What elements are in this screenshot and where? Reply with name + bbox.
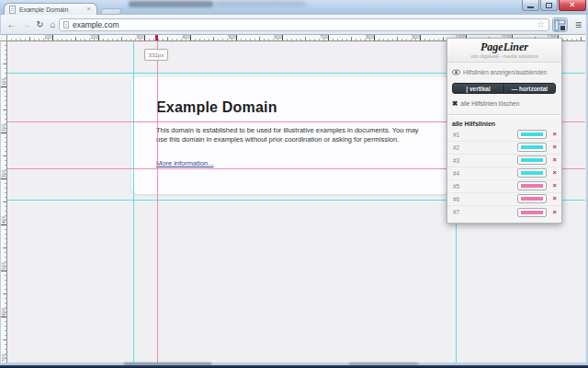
- guide-color-swatch[interactable]: [517, 155, 547, 165]
- delete-guide-icon[interactable]: ×: [553, 156, 557, 164]
- delete-guide-icon[interactable]: ×: [553, 131, 557, 138]
- page-icon: [63, 21, 69, 29]
- delete-guide-icon[interactable]: ×: [553, 169, 557, 177]
- toggle-guides-label: Hilfslinien anzeigen/ausblenden: [463, 69, 547, 75]
- guide-color-bar: [521, 171, 543, 175]
- guide-color-bar: [521, 184, 543, 188]
- maximize-button[interactable]: [540, 0, 558, 11]
- hruler-label: 300: [136, 35, 143, 40]
- hruler-label: 400: [182, 35, 189, 40]
- guide-color-bar: [521, 145, 543, 149]
- guide-color-swatch[interactable]: [517, 168, 547, 178]
- guide-color-swatch[interactable]: [517, 208, 547, 217]
- add-vertical-guide-button[interactable]: | vertikal: [453, 84, 503, 93]
- vruler-label: 500: [1, 261, 6, 271]
- eye-icon: [452, 68, 460, 76]
- toggle-guides-button[interactable]: Hilfslinien anzeigen/ausblenden: [447, 63, 561, 81]
- panel-title: PageLiner: [447, 41, 561, 52]
- close-icon: ×: [570, 1, 574, 9]
- back-icon: ←: [7, 19, 17, 29]
- delete-guide-icon[interactable]: ×: [553, 182, 557, 190]
- guide-position-tooltip: 331px: [144, 49, 168, 61]
- vruler-label: 200: [1, 123, 6, 133]
- delete-guide-icon[interactable]: ×: [553, 209, 557, 216]
- guides-list-header: alle Hilfslinien: [447, 116, 561, 129]
- clear-all-label: alle Hilfslinien löschen: [460, 100, 519, 107]
- tab-title: Example Domain: [19, 6, 82, 13]
- hamburger-icon: ≡: [575, 18, 582, 31]
- guide-color-swatch[interactable]: [517, 143, 547, 152]
- guide-color-bar: [521, 158, 543, 162]
- guide-id-label: #4: [453, 170, 517, 177]
- background-window-blur-2: [214, 1, 306, 6]
- add-horizontal-guide-button[interactable]: — horizontal: [503, 84, 555, 93]
- guide-id-label: #1: [453, 132, 517, 138]
- guide-list-row-5: #5×: [447, 180, 561, 193]
- close-button[interactable]: ×: [559, 0, 586, 11]
- background-window-blur: [129, 1, 213, 7]
- guides-list: #1×#2×#3×#4×#5×#6×#7×: [447, 129, 561, 219]
- minimize-icon: [527, 6, 534, 8]
- guide-list-row-1: #1×: [447, 129, 561, 142]
- reload-button[interactable]: ↻: [33, 17, 47, 31]
- clear-all-icon: ✖: [452, 100, 458, 108]
- window-controls: ×: [522, 0, 586, 11]
- page-heading: Example Domain: [156, 99, 425, 116]
- vruler-label: 600: [1, 307, 6, 317]
- vruler-label: 100: [1, 77, 6, 87]
- vertical-ruler[interactable]: 100200300400500600700: [0, 41, 7, 362]
- panel-subtitle[interactable]: von digidesk - media solutions: [447, 53, 561, 59]
- browser-window: × Example Domain × ← → ↻ ⌂ example.com ☆…: [0, 0, 588, 368]
- pageliner-extension-icon[interactable]: [552, 17, 568, 32]
- guide-list-row-2: #2×: [447, 142, 561, 155]
- new-tab-button[interactable]: [99, 8, 122, 15]
- browser-toolbar: ← → ↻ ⌂ example.com ☆ ≡: [0, 15, 588, 35]
- home-button[interactable]: ⌂: [46, 17, 60, 31]
- browser-tab[interactable]: Example Domain ×: [4, 3, 97, 15]
- ruler-corner: [0, 35, 7, 41]
- guide-list-row-7: #7×: [447, 206, 561, 219]
- address-bar[interactable]: example.com ☆: [59, 18, 549, 31]
- forward-button[interactable]: →: [19, 17, 33, 31]
- guide-list-row-3: #3×: [447, 155, 561, 167]
- vruler-label: 300: [1, 169, 6, 179]
- add-guide-bar: | vertikal — horizontal: [452, 83, 556, 94]
- guide-id-label: #2: [453, 144, 517, 151]
- guide-color-swatch[interactable]: [517, 194, 547, 203]
- tab-favicon-icon: [9, 6, 16, 14]
- guide-id-label: #6: [453, 196, 517, 202]
- forward-icon: →: [22, 19, 31, 29]
- guide-color-swatch[interactable]: [517, 181, 547, 190]
- guide-drag-marker: [155, 35, 158, 40]
- hruler-label: 600: [274, 35, 281, 40]
- guide-id-label: #7: [453, 209, 517, 215]
- more-information-link[interactable]: More information...: [156, 159, 214, 167]
- tab-close-icon[interactable]: ×: [85, 6, 92, 13]
- hruler-label: 200: [90, 35, 97, 40]
- guide-list-row-4: #4×: [447, 167, 561, 180]
- maximize-icon: [546, 3, 552, 8]
- hruler-label: 800: [366, 35, 373, 40]
- content-card: Example Domain This domain is establishe…: [131, 77, 450, 194]
- panel-header: PageLiner von digidesk - media solutions: [447, 39, 561, 63]
- vruler-label: 700: [1, 353, 6, 363]
- hruler-label: 500: [228, 35, 235, 40]
- bookmark-star-icon[interactable]: ☆: [537, 20, 545, 29]
- guide-color-swatch[interactable]: [517, 130, 547, 139]
- hruler-label: 700: [320, 35, 327, 40]
- ruler-icon: [554, 19, 566, 31]
- guide-color-bar: [521, 132, 543, 136]
- chrome-menu-button[interactable]: ≡: [571, 17, 586, 32]
- url-text[interactable]: example.com: [73, 20, 533, 29]
- reload-icon: ↻: [36, 19, 43, 29]
- delete-guide-icon[interactable]: ×: [553, 144, 557, 151]
- window-left-border: [0, 15, 1, 362]
- page-paragraph: This domain is established to be used fo…: [156, 126, 424, 144]
- minimize-button[interactable]: [522, 0, 539, 11]
- delete-guide-icon[interactable]: ×: [553, 195, 557, 202]
- clear-all-guides-button[interactable]: ✖ alle Hilfslinien löschen: [447, 94, 561, 113]
- guide-list-row-6: #6×: [447, 193, 561, 206]
- guide-id-label: #3: [453, 157, 517, 164]
- guide-id-label: #5: [453, 183, 517, 190]
- back-button[interactable]: ←: [5, 17, 18, 31]
